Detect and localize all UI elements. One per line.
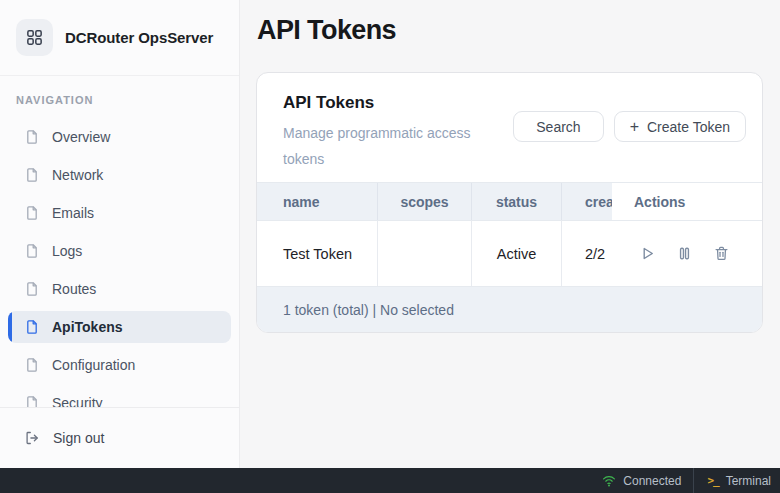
sidebar-item-overview[interactable]: Overview: [8, 121, 231, 153]
logout-icon: [24, 430, 40, 446]
column-header-name: name: [257, 183, 378, 220]
create-token-label: Create Token: [647, 119, 730, 135]
play-icon: [639, 245, 656, 262]
sidebar-item-label: Security: [52, 395, 103, 407]
table-row: Test Token Active 2/2: [257, 220, 762, 286]
sign-out-button[interactable]: Sign out: [0, 407, 239, 468]
content-area: DCRouter OpsServer NAVIGATION Overview N…: [0, 0, 780, 468]
sidebar-item-label: Routes: [52, 281, 96, 297]
status-bar: Connected >_ Terminal: [0, 468, 780, 493]
api-tokens-card: API Tokens Manage programmatic access to…: [256, 72, 763, 333]
cell-token-scopes: [378, 221, 472, 286]
run-token-button[interactable]: [638, 245, 656, 263]
column-header-scopes: scopes: [378, 183, 472, 220]
pause-token-button[interactable]: [675, 245, 693, 263]
table-footer: 1 token (total) | No selected: [257, 286, 762, 332]
main-panel: API Tokens API Tokens Manage programmati…: [240, 0, 780, 468]
document-icon: [24, 395, 40, 407]
table-header-row: name scopes status created Actions: [257, 182, 762, 220]
document-icon: [24, 281, 40, 297]
sidebar-item-network[interactable]: Network: [8, 159, 231, 191]
app-window: DCRouter OpsServer NAVIGATION Overview N…: [0, 0, 780, 493]
connection-status-label: Connected: [623, 474, 681, 488]
document-icon: [24, 129, 40, 145]
sidebar-item-routes[interactable]: Routes: [8, 273, 231, 305]
page-title: API Tokens: [257, 15, 764, 45]
token-count-summary: 1 token (total) | No selected: [283, 302, 454, 318]
document-icon: [24, 243, 40, 259]
card-header: API Tokens Manage programmatic access to…: [257, 73, 762, 182]
sidebar-item-label: Logs: [52, 243, 82, 259]
sidebar-item-emails[interactable]: Emails: [8, 197, 231, 229]
terminal-icon: >_: [707, 474, 718, 487]
sidebar-item-label: Network: [52, 167, 103, 183]
cell-token-actions: [612, 221, 762, 286]
sign-out-label: Sign out: [53, 430, 104, 446]
trash-icon: [713, 245, 730, 262]
pause-icon: [676, 245, 693, 262]
plus-icon: +: [630, 119, 639, 135]
sidebar-item-label: Configuration: [52, 357, 135, 373]
document-icon: [24, 205, 40, 221]
column-header-status: status: [472, 183, 562, 220]
card-title: API Tokens: [283, 93, 508, 113]
nav-section-label: NAVIGATION: [16, 94, 223, 106]
delete-token-button[interactable]: [712, 245, 730, 263]
sidebar-item-apitokens[interactable]: ApiTokens: [8, 311, 231, 343]
connection-status: Connected: [590, 468, 693, 493]
cell-token-name: Test Token: [257, 221, 378, 286]
card-subtitle: Manage programmatic access tokens: [283, 120, 508, 172]
sidebar-item-configuration[interactable]: Configuration: [8, 349, 231, 381]
app-logo-icon: [16, 19, 53, 56]
sidebar-item-label: ApiTokens: [52, 319, 123, 335]
sidebar: DCRouter OpsServer NAVIGATION Overview N…: [0, 0, 240, 468]
column-header-created: created: [562, 183, 612, 220]
brand-header: DCRouter OpsServer: [0, 0, 239, 76]
create-token-button[interactable]: + Create Token: [614, 111, 746, 142]
cell-token-created: 2/2: [562, 221, 612, 286]
terminal-button[interactable]: >_ Terminal: [693, 468, 780, 493]
card-actions: Search + Create Token: [513, 111, 746, 142]
sidebar-nav: NAVIGATION Overview Network Emails: [0, 76, 239, 407]
card-heading-group: API Tokens Manage programmatic access to…: [283, 93, 508, 172]
brand-name: DCRouter OpsServer: [65, 29, 213, 46]
search-button[interactable]: Search: [513, 111, 603, 142]
column-header-actions: Actions: [612, 183, 762, 220]
sidebar-item-logs[interactable]: Logs: [8, 235, 231, 267]
document-icon: [24, 167, 40, 183]
nav-list: Overview Network Emails Logs: [0, 121, 239, 407]
tokens-table: name scopes status created Actions Test …: [257, 182, 762, 332]
cell-token-status: Active: [472, 221, 562, 286]
sidebar-item-label: Emails: [52, 205, 94, 221]
wifi-icon: [602, 474, 616, 487]
document-icon: [24, 319, 40, 335]
terminal-label: Terminal: [726, 474, 771, 488]
sidebar-item-label: Overview: [52, 129, 110, 145]
sidebar-item-security[interactable]: Security: [8, 387, 231, 407]
document-icon: [24, 357, 40, 373]
